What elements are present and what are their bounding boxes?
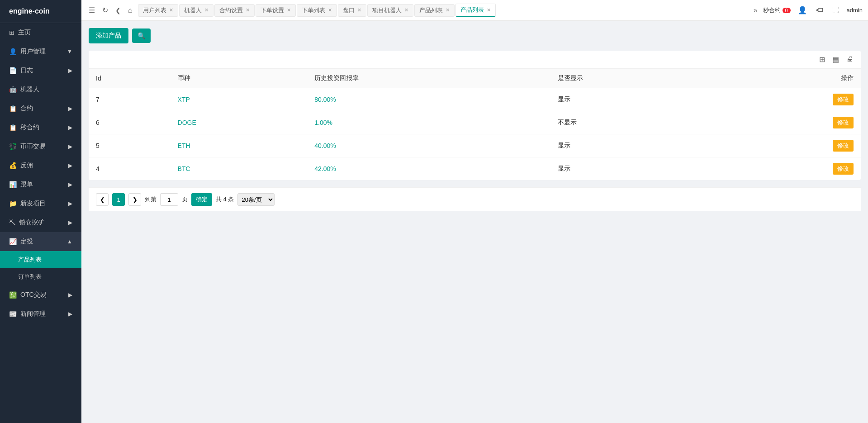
- cell-rate-3: 40.00%: [307, 134, 550, 157]
- close-icon[interactable]: ✕: [169, 7, 173, 13]
- next-page-button[interactable]: ❯: [128, 193, 141, 206]
- chevron-right-icon-5: ▶: [68, 162, 72, 169]
- follow-order-icon: 📊: [9, 181, 17, 188]
- tab-bar: 用户列表 ✕ 机器人 ✕ 合约设置 ✕ 下单设置 ✕ 下单列表 ✕ 盘口 ✕: [138, 4, 748, 17]
- tab-order-settings[interactable]: 下单设置 ✕: [256, 4, 296, 17]
- sidebar-item-lock-mine[interactable]: ⛏ 锁仓挖矿 ▶: [0, 213, 81, 232]
- sidebar-item-user-mgmt[interactable]: 👤 用户管理 ▼: [0, 42, 81, 61]
- page-size-select[interactable]: 20条/页 50条/页 100条/页: [237, 193, 275, 206]
- search-icon: 🔍: [138, 32, 145, 39]
- col-action: 操作: [715, 69, 861, 88]
- sidebar-label-log: 日志: [20, 67, 33, 75]
- sidebar-label-user-mgmt: 用户管理: [20, 48, 46, 56]
- close-icon-2[interactable]: ✕: [204, 7, 209, 13]
- cell-rate-1: 80.00%: [307, 88, 550, 111]
- table-row: 6 DOGE 1.00% 不显示 修改: [89, 111, 861, 134]
- topbar-right: 秒合约 0 👤 🏷 ⛶ admin: [763, 4, 863, 16]
- flash-contract-badge: 0: [783, 8, 791, 13]
- sidebar-label-otc: OTC交易: [20, 291, 47, 299]
- sidebar-item-new-project[interactable]: 📁 新发项目 ▶: [0, 194, 81, 213]
- list-view-icon[interactable]: ▤: [830, 54, 841, 65]
- table-row: 7 XTP 80.00% 显示 修改: [89, 88, 861, 111]
- product-table: Id 币种 历史投资回报率 是否显示 操作 7 XTP 80.00% 显示: [89, 69, 861, 180]
- tab-contract-settings[interactable]: 合约设置 ✕: [214, 4, 255, 17]
- page-1-button[interactable]: 1: [112, 193, 125, 206]
- home-icon: ⊞: [9, 29, 14, 36]
- tab-project-robot[interactable]: 项目机器人 ✕: [367, 4, 413, 17]
- sidebar-item-contract[interactable]: 📋 合约 ▶: [0, 99, 81, 118]
- close-icon-9[interactable]: ✕: [487, 7, 491, 13]
- cell-action-1: 修改: [715, 88, 861, 111]
- user-profile-icon[interactable]: 👤: [796, 4, 809, 16]
- modify-button-1[interactable]: 修改: [833, 94, 854, 105]
- chevron-right-icon-7: ▶: [68, 200, 72, 207]
- flash-contract-btn[interactable]: 秒合约 0: [763, 6, 791, 14]
- product-table-container: ⊞ ▤ 🖨 Id 币种 历史投资回报率 是否显示 操作: [89, 51, 861, 180]
- col-currency: 币种: [171, 69, 308, 88]
- close-icon-7[interactable]: ✕: [404, 7, 408, 13]
- refresh-icon[interactable]: ↻: [100, 4, 110, 16]
- cell-display-3: 显示: [550, 134, 715, 157]
- total-label: 共 4 条: [216, 195, 234, 204]
- home-nav-icon[interactable]: ⌂: [126, 5, 134, 16]
- tab-product-list-active[interactable]: 产品列表 ✕: [455, 4, 496, 17]
- close-icon-3[interactable]: ✕: [246, 7, 250, 13]
- cell-display-2: 不显示: [550, 111, 715, 134]
- topbar-left: ☰ ↻: [87, 4, 110, 16]
- table-row: 5 ETH 40.00% 显示 修改: [89, 134, 861, 157]
- sidebar-label-currency-trade: 币币交易: [20, 143, 46, 151]
- menu-toggle-icon[interactable]: ☰: [87, 4, 97, 16]
- sidebar-item-log[interactable]: 📄 日志 ▶: [0, 61, 81, 80]
- grid-view-icon[interactable]: ⊞: [817, 54, 827, 65]
- modify-button-3[interactable]: 修改: [833, 140, 854, 152]
- lock-mine-icon: ⛏: [9, 219, 15, 226]
- modify-button-4[interactable]: 修改: [833, 163, 854, 175]
- col-id: Id: [89, 69, 171, 88]
- modify-button-2[interactable]: 修改: [833, 117, 854, 128]
- more-tabs-icon[interactable]: »: [752, 5, 759, 16]
- chevron-right-icon-6: ▶: [68, 181, 72, 188]
- sidebar-item-rebate[interactable]: 💰 反佣 ▶: [0, 156, 81, 175]
- sidebar-label-new-project: 新发项目: [20, 200, 46, 208]
- close-icon-6[interactable]: ✕: [357, 7, 361, 13]
- prev-page-button[interactable]: ❮: [96, 193, 109, 206]
- add-product-button[interactable]: 添加产品: [89, 28, 128, 43]
- rebate-icon: 💰: [9, 162, 17, 169]
- main-area: ☰ ↻ ❮ ⌂ 用户列表 ✕ 机器人 ✕ 合约设置 ✕ 下单设置 ✕ 下单列表: [81, 0, 868, 423]
- tab-order-list[interactable]: 下单列表 ✕: [297, 4, 337, 17]
- close-icon-5[interactable]: ✕: [328, 7, 332, 13]
- page-input[interactable]: [160, 193, 178, 206]
- print-icon[interactable]: 🖨: [844, 54, 855, 65]
- tab-user-list[interactable]: 用户列表 ✕: [138, 4, 178, 17]
- cell-currency-1: XTP: [171, 88, 308, 111]
- sidebar-label-contract: 合约: [20, 105, 33, 113]
- chevron-right-icon-2: ▶: [68, 105, 72, 112]
- sidebar-item-follow-order[interactable]: 📊 跟单 ▶: [0, 175, 81, 194]
- close-icon-4[interactable]: ✕: [287, 7, 291, 13]
- fullscreen-icon[interactable]: ⛶: [830, 5, 841, 16]
- sidebar-item-robot[interactable]: 🤖 机器人: [0, 80, 81, 99]
- contract-icon: 📋: [9, 105, 17, 112]
- close-icon-8[interactable]: ✕: [446, 7, 450, 13]
- search-button[interactable]: 🔍: [132, 29, 151, 43]
- sidebar-item-otc[interactable]: 💹 OTC交易 ▶: [0, 285, 81, 304]
- chevron-right-icon-9: ▶: [68, 292, 72, 298]
- tab-disk[interactable]: 盘口 ✕: [338, 4, 366, 17]
- sidebar-sub-item-order-list[interactable]: 订单列表: [0, 268, 81, 285]
- sidebar-item-fixed-invest[interactable]: 📈 定投 ▲: [0, 232, 81, 251]
- tab-robot[interactable]: 机器人 ✕: [179, 4, 213, 17]
- sidebar-item-currency-trade[interactable]: 💱 币币交易 ▶: [0, 137, 81, 156]
- sidebar-item-news-mgmt[interactable]: 📰 新闻管理 ▶: [0, 304, 81, 323]
- page-confirm-button[interactable]: 确定: [191, 193, 212, 206]
- cell-rate-4: 42.00%: [307, 157, 550, 181]
- tag-icon[interactable]: 🏷: [814, 5, 825, 16]
- cell-action-4: 修改: [715, 157, 861, 181]
- chevron-down-icon: ▼: [67, 48, 72, 55]
- fixed-invest-icon: 📈: [9, 238, 17, 245]
- admin-label[interactable]: admin: [847, 7, 863, 14]
- sidebar-sub-item-product-list[interactable]: 产品列表: [0, 251, 81, 268]
- tab-product-list[interactable]: 产品列表 ✕: [414, 4, 455, 17]
- sidebar-item-flash-contract[interactable]: 📋 秒合约 ▶: [0, 118, 81, 137]
- back-icon[interactable]: ❮: [114, 5, 123, 16]
- sidebar-item-home[interactable]: ⊞ 主页: [0, 23, 81, 42]
